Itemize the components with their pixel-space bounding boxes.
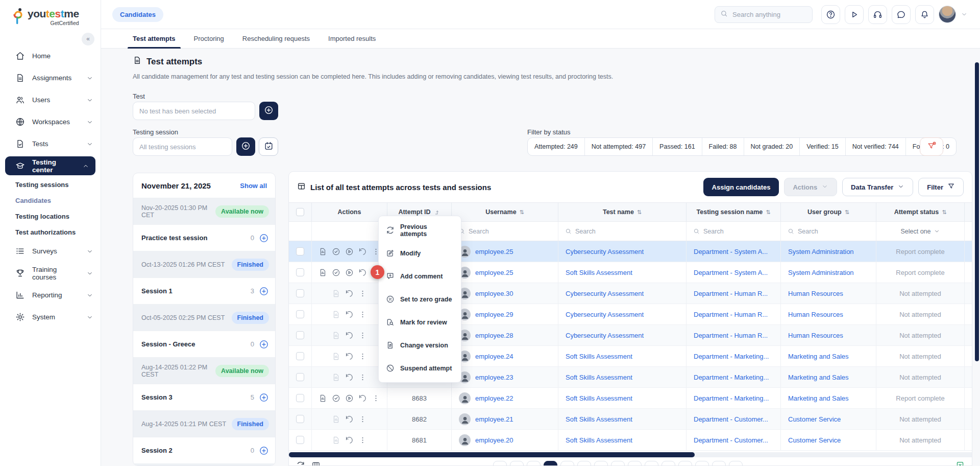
- report-icon[interactable]: [332, 352, 340, 361]
- session-calendar-button[interactable]: [259, 137, 278, 156]
- global-search-input[interactable]: [731, 10, 807, 19]
- reset-attempt-icon[interactable]: [358, 268, 367, 277]
- pagination-page-button[interactable]: [729, 461, 743, 466]
- test-name-link[interactable]: Soft Skills Assessment: [566, 394, 632, 402]
- more-options-icon[interactable]: [358, 310, 367, 319]
- more-options-icon[interactable]: [358, 352, 367, 361]
- user-group-link[interactable]: Marketing and Sales: [788, 374, 849, 381]
- more-options-icon[interactable]: [372, 394, 380, 403]
- user-avatar[interactable]: [939, 6, 956, 23]
- search-input-username[interactable]: Search: [452, 222, 558, 241]
- user-group-link[interactable]: Customer Service: [788, 415, 841, 423]
- reset-attempt-icon[interactable]: [345, 373, 354, 382]
- actions-dropdown-button[interactable]: Actions: [784, 178, 837, 196]
- more-options-icon[interactable]: [358, 289, 367, 298]
- pagination-current-page[interactable]: [544, 461, 557, 466]
- data-transfer-dropdown-button[interactable]: Data Transfer: [842, 178, 913, 196]
- username-link[interactable]: employee.21: [475, 415, 513, 423]
- refresh-icon[interactable]: [296, 461, 305, 466]
- row-checkbox[interactable]: [296, 436, 304, 444]
- more-options-icon[interactable]: [358, 415, 367, 424]
- sidebar-item-testing-sessions[interactable]: Testing sessions: [0, 177, 101, 193]
- sidebar-item-surveys[interactable]: Surveys: [0, 240, 101, 262]
- headset-button[interactable]: [868, 5, 887, 24]
- search-input-testing-session-name[interactable]: Search: [687, 222, 781, 241]
- column-header-test-name[interactable]: Test name⇅: [558, 203, 687, 221]
- test-name-link[interactable]: Cybersecurity Assessment: [566, 248, 644, 255]
- report-icon[interactable]: [332, 373, 340, 382]
- play-button[interactable]: [845, 5, 864, 24]
- columns-icon[interactable]: [311, 461, 321, 466]
- reset-attempt-icon[interactable]: [345, 415, 354, 424]
- column-header-user-group[interactable]: User group⇅: [781, 203, 876, 221]
- session-name-link[interactable]: Department - Human R...: [694, 332, 768, 339]
- report-icon[interactable]: [332, 415, 340, 424]
- session-name-link[interactable]: Department - Marketing...: [694, 374, 769, 381]
- session-name-link[interactable]: Department - Customer...: [694, 436, 768, 444]
- session-row[interactable]: Session 20: [133, 437, 275, 464]
- pagination-page-button[interactable]: [560, 461, 574, 466]
- user-group-link[interactable]: Customer Service: [788, 436, 841, 444]
- more-options-icon[interactable]: [358, 331, 367, 340]
- status-chip-attempted[interactable]: Attempted: 249: [528, 138, 585, 155]
- username-link[interactable]: employee.28: [475, 332, 513, 339]
- add-candidate-plus-icon[interactable]: [259, 286, 269, 296]
- pagination-page-button[interactable]: [662, 461, 675, 466]
- report-icon[interactable]: [332, 310, 340, 319]
- test-select-input[interactable]: No test has been selected: [133, 102, 255, 120]
- add-session-button[interactable]: [236, 137, 255, 156]
- status-chip-passed[interactable]: Passed: 161: [653, 138, 702, 155]
- report-icon[interactable]: [332, 436, 340, 445]
- pagination-page-button[interactable]: [678, 461, 692, 466]
- status-chip-not-attempted[interactable]: Not attempted: 497: [585, 138, 653, 155]
- username-link[interactable]: employee.25: [475, 269, 513, 276]
- breadcrumb[interactable]: Candidates: [112, 7, 163, 22]
- test-name-link[interactable]: Soft Skills Assessment: [566, 436, 632, 444]
- sidebar-item-system[interactable]: System: [0, 306, 101, 328]
- add-test-button[interactable]: [259, 102, 278, 120]
- report-icon[interactable]: [318, 268, 327, 277]
- report-icon[interactable]: [318, 394, 327, 403]
- row-checkbox[interactable]: [296, 247, 304, 255]
- report-icon[interactable]: [332, 289, 340, 298]
- reset-attempt-icon[interactable]: [358, 247, 367, 256]
- pagination-page-button[interactable]: [527, 461, 541, 466]
- column-header-attempt-status[interactable]: Attempt status⇅: [876, 203, 965, 221]
- menu-item-modify[interactable]: Modify: [379, 242, 461, 265]
- session-name-link[interactable]: Department - System A...: [694, 248, 768, 255]
- tab-rescheduling-requests[interactable]: Rescheduling requests: [242, 29, 310, 48]
- test-name-link[interactable]: Soft Skills Assessment: [566, 374, 632, 381]
- report-icon[interactable]: [332, 331, 340, 340]
- status-chip-verified[interactable]: Verified: 15: [800, 138, 846, 155]
- tab-proctoring[interactable]: Proctoring: [194, 29, 224, 48]
- test-name-link[interactable]: Soft Skills Assessment: [566, 415, 632, 423]
- reset-attempt-icon[interactable]: [345, 310, 354, 319]
- global-search[interactable]: [715, 6, 813, 23]
- add-candidate-plus-icon[interactable]: [259, 446, 269, 456]
- pagination-page-button[interactable]: [510, 461, 524, 466]
- username-link[interactable]: employee.29: [475, 311, 513, 318]
- sidebar-item-workspaces[interactable]: Workspaces: [0, 111, 101, 133]
- search-input-user-group[interactable]: Search: [781, 222, 876, 241]
- status-chip-not-graded[interactable]: Not graded: 20: [744, 138, 800, 155]
- test-name-link[interactable]: Cybersecurity Assessment: [566, 332, 644, 339]
- sidebar-item-candidates[interactable]: Candidates: [0, 193, 101, 208]
- session-name-link[interactable]: Department - Marketing...: [694, 394, 769, 402]
- pagination-page-button[interactable]: [645, 461, 658, 466]
- status-chip-not-verified[interactable]: Not verified: 744: [846, 138, 906, 155]
- pagination-page-button[interactable]: [712, 461, 726, 466]
- pagination-page-button[interactable]: [628, 461, 642, 466]
- sidebar-item-test-authorizations[interactable]: Test authorizations: [0, 224, 101, 240]
- username-link[interactable]: employee.25: [475, 248, 513, 255]
- session-name-link[interactable]: Department - Human R...: [694, 290, 768, 297]
- reset-attempt-icon[interactable]: [345, 331, 354, 340]
- row-checkbox[interactable]: [296, 415, 304, 423]
- assign-candidates-button[interactable]: Assign candidates: [703, 178, 779, 196]
- vertical-scrollbar[interactable]: [975, 62, 979, 361]
- report-icon[interactable]: [318, 247, 327, 256]
- session-row[interactable]: Session - Greece0: [133, 331, 275, 358]
- sidebar-item-home[interactable]: Home: [0, 45, 101, 67]
- session-name-link[interactable]: Department - Human R...: [694, 311, 768, 318]
- add-candidate-plus-icon[interactable]: [259, 339, 269, 350]
- search-input-test-name[interactable]: Search: [558, 222, 687, 241]
